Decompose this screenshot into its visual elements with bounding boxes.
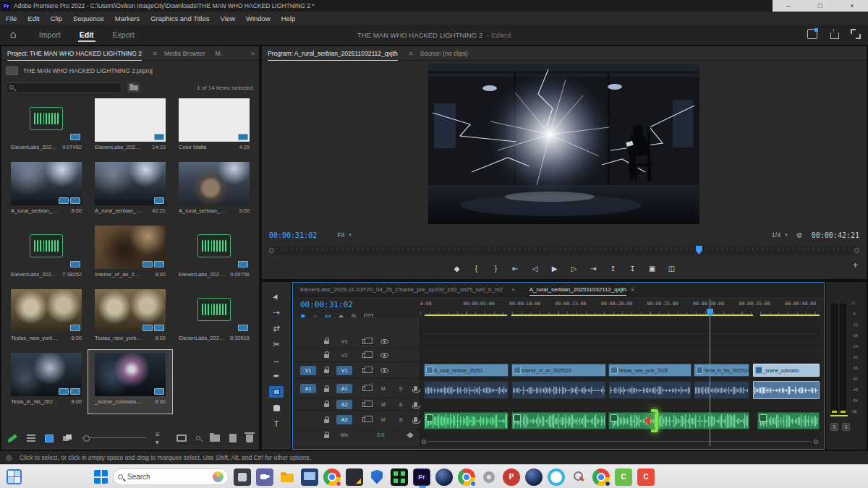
automate-to-sequence-icon[interactable] (176, 435, 187, 442)
home-icon[interactable]: ⌂ (10, 28, 16, 40)
audio-meters-panel[interactable]: 0-6-12-18-24-30-36-42-48-54dB S S (826, 282, 867, 450)
timeline-video-clip[interactable]: _scene_colorado (753, 364, 820, 377)
timeline-audio-clip[interactable] (753, 381, 820, 399)
rectangle-tool[interactable] (269, 386, 284, 398)
thumbnail-zoom-slider[interactable] (82, 435, 145, 442)
sync-lock-icon[interactable] (362, 368, 369, 373)
program-video-frame[interactable] (428, 64, 699, 224)
chrome-blue-icon[interactable] (458, 468, 475, 486)
start-button[interactable] (94, 470, 108, 484)
comparison-view-button[interactable]: ◫ (668, 265, 676, 273)
menu-item-sequence[interactable]: Sequence (73, 14, 104, 22)
scrollbar-left-handle[interactable] (422, 440, 426, 444)
close-tab-icon[interactable]: × (511, 286, 515, 293)
tab-program[interactable]: Program: A_rural_serbian_202511032112_qx… (268, 50, 398, 57)
settings-gear-icon[interactable] (480, 468, 498, 486)
add-marker-button[interactable]: ◆ (453, 265, 461, 273)
list-view-icon[interactable] (27, 435, 35, 442)
tab-project[interactable]: Project: THE MAN WHO HACKED LIGHTNING 2 (7, 50, 142, 57)
scrubber-left-handle[interactable] (269, 248, 274, 253)
red-p-icon[interactable]: P (503, 468, 520, 486)
clear-trash-icon[interactable] (246, 435, 253, 442)
panel-menu-icon[interactable]: ≡ (153, 50, 157, 57)
red-c-icon[interactable]: C (637, 468, 655, 486)
menu-item-view[interactable]: View (221, 14, 235, 22)
tab-more[interactable]: M.. (216, 50, 224, 57)
hand-tool[interactable] (269, 402, 284, 414)
project-search-input[interactable] (17, 84, 118, 92)
timeline-panel-menu-icon[interactable]: ≡ (631, 286, 634, 293)
tool-picker-icon[interactable] (570, 468, 587, 486)
project-bin-row[interactable]: THE MAN WHO HACKED LIGHTNING 2.prproj (6, 64, 153, 78)
tab-sequence-active[interactable]: A_rural_serbian_202511032112_qxjth (529, 286, 626, 293)
timeline-video-clip[interactable]: Interior_of_an_2025110 (511, 364, 606, 377)
scrubber-right-handle[interactable] (854, 248, 859, 253)
razor-tool[interactable]: ✂ (269, 338, 284, 350)
voiceover-record-mic-icon[interactable] (414, 417, 417, 422)
freeform-view-icon[interactable] (63, 435, 72, 442)
voiceover-record-mic-icon[interactable] (414, 402, 417, 407)
tab-overflow-chevron[interactable]: » (251, 50, 255, 57)
zoom-level-dropdown[interactable]: Fit ▾ (337, 231, 352, 239)
timeline-voiceover-clip[interactable] (757, 412, 820, 429)
workspace-tab-import[interactable]: Import (38, 26, 62, 43)
timeline-audio-clip[interactable] (608, 381, 692, 399)
search-bin-folder-icon[interactable] (127, 82, 140, 93)
workspace-tab-edit[interactable]: Edit (78, 26, 95, 43)
program-timecode[interactable]: 00:00:31:02 (269, 231, 317, 239)
go-to-out-button[interactable]: ⇥ (590, 265, 598, 273)
playhead-line[interactable] (710, 299, 710, 446)
track-output-eye-icon[interactable] (380, 353, 388, 358)
meter-solo-left-button[interactable]: S (830, 423, 838, 431)
go-to-in-button[interactable]: ⇤ (511, 265, 520, 273)
chrome-dark-icon[interactable] (592, 468, 610, 486)
dark-orb2-icon[interactable] (525, 468, 542, 486)
project-item[interactable]: Tesla_in_his_2025110... 8:00 (4, 350, 88, 414)
mute-button-a3[interactable]: M (380, 417, 386, 422)
timeline-horizontal-scrollbar[interactable] (422, 440, 818, 443)
mute-button-a1[interactable]: M (380, 386, 386, 391)
widgets-icon[interactable] (7, 469, 22, 484)
project-item[interactable]: ElevenLabs_2025-... 8:30816 (172, 286, 256, 350)
track-lock-mix[interactable] (320, 432, 332, 438)
sync-lock-icon[interactable] (362, 417, 369, 422)
mark-out-button[interactable]: } (492, 265, 501, 273)
timeline-audio-clip[interactable] (511, 381, 606, 399)
chat-icon[interactable] (256, 468, 273, 486)
track-name-a3[interactable]: A3 (336, 415, 352, 424)
pen-tool[interactable]: ✒ (269, 370, 284, 382)
project-item[interactable]: Teslas_new_york_202... 8:00 (88, 286, 172, 350)
project-item[interactable]: ElevenLabs_2025-11-... 14:10 (88, 95, 172, 159)
track-select-forward-tool[interactable]: ⇢ (269, 307, 284, 318)
project-item[interactable]: ElevenLabs_2025-... 9:07452 (4, 95, 88, 159)
track-output-eye-icon[interactable] (380, 339, 388, 344)
track-lock-v3[interactable] (320, 338, 332, 344)
project-item[interactable]: Interior_of_an_202511... 8:00 (88, 223, 172, 286)
tab-sequence-elevenlabs[interactable]: ElevenLabs_2025-11-03T20_04_25_Charlie_p… (300, 286, 503, 293)
timeline-audio-clip[interactable] (694, 381, 749, 399)
menu-item-graphics-and-titles[interactable]: Graphics and Titles (150, 14, 209, 22)
premiere-pro-icon[interactable]: Pr (413, 468, 430, 486)
track-name-a1[interactable]: A1 (336, 384, 352, 393)
track-lock-a2[interactable] (320, 401, 332, 407)
timeline-video-clip[interactable]: Tesla_in_his_20251103 (694, 364, 749, 377)
menu-item-clip[interactable]: Clip (51, 14, 62, 22)
taskbar-search-box[interactable]: Search (113, 468, 229, 485)
file-explorer-icon[interactable] (278, 468, 296, 486)
new-item-icon[interactable] (229, 434, 237, 442)
type-tool[interactable]: T (269, 418, 284, 429)
sort-icon[interactable]: ≡ ▾ (156, 430, 167, 446)
program-panel-menu-icon[interactable]: ≡ (409, 50, 413, 57)
taskview-icon[interactable] (234, 468, 251, 486)
source-patch-v1[interactable]: V1 (300, 366, 316, 375)
menu-item-file[interactable]: File (6, 14, 17, 22)
writable-pencil-icon[interactable] (7, 434, 17, 442)
solo-button-a3[interactable]: S (398, 417, 404, 422)
device-icon[interactable] (301, 468, 318, 486)
timeline-voiceover-clip[interactable] (608, 412, 749, 429)
button-editor-plus[interactable]: + (853, 260, 858, 270)
minimize-button[interactable]: – (778, 0, 799, 12)
tab-source[interactable]: Source: (no clips) (420, 50, 468, 57)
cyan-ring-icon[interactable] (548, 468, 565, 486)
share-export-icon[interactable] (829, 29, 839, 39)
